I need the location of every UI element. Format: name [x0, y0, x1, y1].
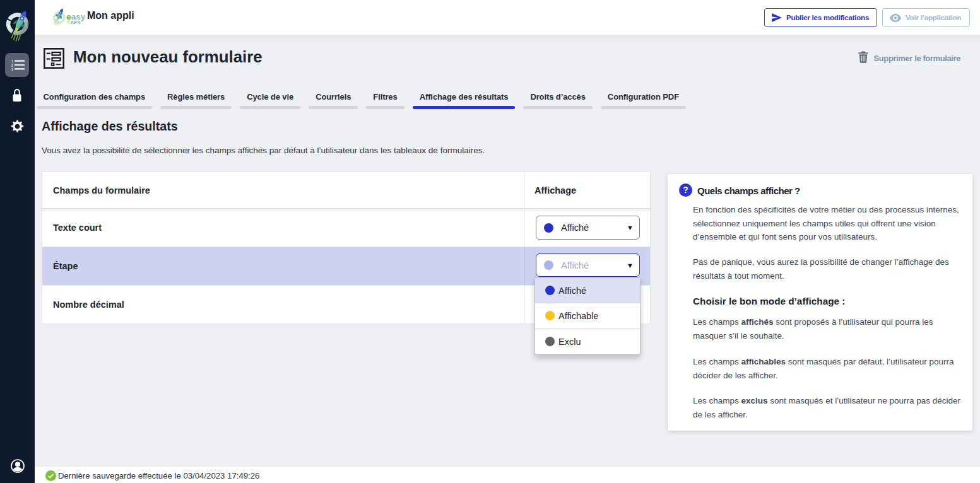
svg-text:1: 1 [11, 59, 13, 63]
svg-text:AP4: AP4 [70, 20, 80, 25]
svg-text:2: 2 [11, 63, 13, 67]
svg-text:3: 3 [11, 67, 13, 71]
